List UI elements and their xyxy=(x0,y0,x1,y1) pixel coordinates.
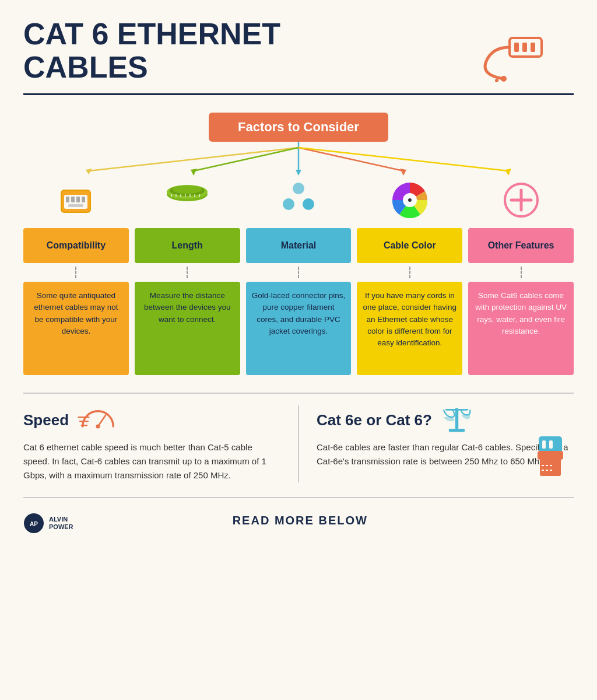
dashed-line-3 xyxy=(298,267,299,278)
svg-rect-55 xyxy=(538,451,563,460)
header: CAT 6 ETHERNET CABLES xyxy=(23,18,574,88)
cat6e-title: Cat 6e or Cat 6? xyxy=(317,411,432,429)
svg-text:AP: AP xyxy=(30,521,38,527)
svg-point-26 xyxy=(173,186,202,194)
svg-rect-22 xyxy=(68,204,83,207)
page-title-line2: CABLES xyxy=(23,51,280,84)
column-length: Length Measure the distance between the … xyxy=(135,177,240,375)
svg-marker-7 xyxy=(296,170,301,176)
svg-marker-11 xyxy=(191,169,197,176)
speed-title: Speed xyxy=(23,411,69,429)
cable-color-desc: If you have many cords in one place, con… xyxy=(357,282,462,375)
speed-text: Cat 6 ethernet cable speed is much bette… xyxy=(23,440,280,482)
footer-logo: AP ALVIN POWER xyxy=(23,513,73,534)
svg-rect-3 xyxy=(531,43,535,52)
main-container: CAT 6 ETHERNET CABLES Factors to Conside… xyxy=(0,0,597,557)
svg-marker-13 xyxy=(400,169,406,176)
cable-color-label: Cable Color xyxy=(357,228,462,263)
bottom-row: Speed Cat 6 ethernet cable speed is much… xyxy=(23,405,574,482)
page-title-line1: CAT 6 ETHERNET xyxy=(23,18,280,51)
ethernet-port-icon xyxy=(55,180,96,220)
header-divider xyxy=(23,93,574,95)
material-dots-icon xyxy=(278,180,319,220)
svg-rect-54 xyxy=(549,440,553,449)
tape-measure-icon xyxy=(164,183,210,218)
bottom-divider xyxy=(23,393,574,394)
read-more-divider xyxy=(23,497,574,498)
logo-line1: ALVIN xyxy=(49,516,73,523)
svg-line-14 xyxy=(298,148,508,171)
svg-rect-20 xyxy=(76,197,80,202)
plug-bottom-icon xyxy=(521,433,574,486)
factors-arrows xyxy=(23,142,574,177)
svg-point-35 xyxy=(283,198,294,210)
speed-title-row: Speed xyxy=(23,405,280,435)
svg-rect-18 xyxy=(66,197,69,202)
svg-marker-15 xyxy=(505,169,511,176)
svg-point-39 xyxy=(408,198,412,202)
svg-rect-30 xyxy=(185,194,186,197)
svg-rect-28 xyxy=(175,194,177,197)
cable-icon-wrap xyxy=(469,18,574,88)
cat6e-section: Cat 6e or Cat 6? Cat-6e cables are faste… xyxy=(299,405,574,468)
speed-section: Speed Cat 6 ethernet cable speed is much… xyxy=(23,405,299,482)
read-more-text: READ MORE BELOW xyxy=(233,514,368,527)
svg-rect-21 xyxy=(82,197,85,202)
svg-line-12 xyxy=(298,148,403,171)
title-block: CAT 6 ETHERNET CABLES xyxy=(23,18,280,84)
column-cable-color: Cable Color If you have many cords in on… xyxy=(357,177,462,375)
compatibility-icon-wrap xyxy=(52,177,99,223)
length-label: Length xyxy=(135,228,240,263)
svg-rect-53 xyxy=(542,440,546,449)
scale-icon xyxy=(441,405,473,435)
svg-marker-9 xyxy=(86,169,92,174)
other-features-label: Other Features xyxy=(468,228,574,263)
column-other-features: Other Features Some Cat6 cables come wit… xyxy=(468,177,574,375)
cat6e-title-row: Cat 6e or Cat 6? xyxy=(317,405,574,435)
cable-color-icon-wrap xyxy=(387,177,433,223)
column-material: Material Gold-laced connector pins, pure… xyxy=(246,177,352,375)
svg-rect-19 xyxy=(71,197,75,202)
dashed-line-2 xyxy=(187,267,188,278)
color-wheel-icon xyxy=(389,180,430,220)
compatibility-label: Compatibility xyxy=(23,228,129,263)
material-icon-wrap xyxy=(275,177,322,223)
svg-rect-29 xyxy=(180,194,181,197)
length-desc: Measure the distance between the devices… xyxy=(135,282,240,375)
column-compatibility: Compatibility Some quite antiquated ethe… xyxy=(23,177,129,375)
columns-row: Compatibility Some quite antiquated ethe… xyxy=(23,177,574,375)
svg-rect-2 xyxy=(522,43,527,52)
svg-rect-48 xyxy=(455,408,458,429)
speed-icon xyxy=(78,405,118,435)
svg-point-36 xyxy=(303,198,314,210)
factors-badge: Factors to Consider xyxy=(209,113,388,142)
svg-rect-27 xyxy=(171,194,172,197)
ethernet-cable-icon xyxy=(475,20,568,85)
alvin-power-logo-icon: AP xyxy=(23,513,44,534)
svg-rect-33 xyxy=(199,194,200,197)
svg-line-10 xyxy=(194,148,298,171)
svg-point-44 xyxy=(96,424,100,428)
svg-rect-56 xyxy=(540,459,561,476)
footer-logo-text: ALVIN POWER xyxy=(49,516,73,531)
dashed-line-4 xyxy=(409,267,410,278)
plus-circle-icon xyxy=(501,180,542,220)
svg-point-5 xyxy=(495,79,498,82)
svg-point-4 xyxy=(501,76,507,82)
other-features-icon-wrap xyxy=(498,177,545,223)
factors-section: Factors to Consider xyxy=(23,113,574,375)
length-icon-wrap xyxy=(164,177,210,223)
svg-rect-49 xyxy=(449,429,465,432)
logo-line2: POWER xyxy=(49,523,73,531)
svg-point-34 xyxy=(293,183,304,194)
dashed-line-1 xyxy=(75,267,76,278)
compatibility-desc: Some quite antiquated ethernet cables ma… xyxy=(23,282,129,375)
svg-line-8 xyxy=(89,148,298,171)
material-desc: Gold-laced connector pins, pure copper f… xyxy=(246,282,352,375)
svg-rect-1 xyxy=(514,43,519,52)
other-features-desc: Some Cat6 cables come with protection ag… xyxy=(468,282,574,375)
dashed-line-5 xyxy=(521,267,522,278)
svg-rect-32 xyxy=(194,194,195,197)
svg-rect-31 xyxy=(189,194,191,197)
material-label: Material xyxy=(246,228,352,263)
